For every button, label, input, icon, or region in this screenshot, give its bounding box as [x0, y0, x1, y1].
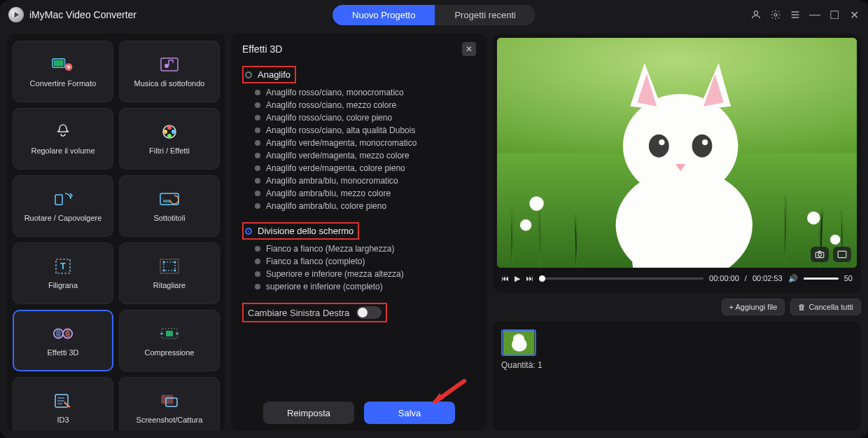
split-option[interactable]: Fianco a fianco (Mezza larghezza)	[255, 242, 476, 255]
filters-effects-icon	[158, 123, 181, 141]
bullet-icon	[255, 178, 260, 184]
crop-icon	[158, 257, 181, 275]
svg-point-12	[163, 130, 167, 134]
svg-point-7	[164, 64, 169, 68]
sidebar-item-label: Filtri / Effetti	[149, 146, 190, 155]
anaglyph-option[interactable]: Anaglifo rosso/ciano, colore pieno	[255, 111, 476, 124]
svg-rect-4	[54, 60, 64, 67]
next-button[interactable]: ⏭	[526, 274, 533, 282]
group-anaglyph[interactable]: Anaglifo	[242, 66, 296, 83]
option-label: Fianco a fianco (completo)	[266, 256, 365, 266]
anaglyph-option[interactable]: Anaglifo verde/magenta, monocromatico	[255, 137, 476, 149]
sidebar-item-adjust-volume[interactable]: Regolare il volume	[13, 108, 113, 170]
option-label: Anaglifo rosso/ciano, colore pieno	[266, 113, 392, 123]
group-split-label: Divisione dello schermo	[258, 226, 354, 236]
sidebar-item-label: Ruotare / Capovolgere	[24, 214, 102, 222]
bullet-icon	[255, 259, 260, 264]
anaglyph-option[interactable]: Anaglifo rosso/ciano, alta qualità Duboi…	[255, 124, 476, 137]
tab-new-project[interactable]: Nuovo Progetto	[332, 5, 435, 25]
radio-off-icon	[245, 71, 252, 78]
sidebar-item-subtitles[interactable]: Sottotitoli	[119, 175, 220, 237]
prev-button[interactable]: ⏮	[501, 274, 509, 282]
svg-point-21	[174, 261, 176, 264]
volume-icon[interactable]: 🔊	[788, 274, 798, 283]
svg-point-39	[807, 212, 820, 225]
split-option[interactable]: Fianco a fianco (completo)	[255, 255, 476, 268]
tab-recent-projects[interactable]: Progetti recenti	[435, 5, 535, 25]
sidebar-item-background-music[interactable]: Musica di sottofondo	[119, 41, 220, 102]
menu-icon[interactable]	[790, 9, 801, 20]
split-option[interactable]: Superiore e inferiore (mezza altezza)	[255, 268, 476, 280]
svg-point-1	[754, 11, 757, 15]
compression-icon	[158, 324, 181, 343]
svg-point-31	[64, 402, 66, 404]
sidebar-item-filters-effects[interactable]: Filtri / Effetti	[119, 108, 220, 170]
option-label: Anaglifo rosso/ciano, alta qualità Duboi…	[266, 125, 415, 135]
group-anaglyph-label: Anaglifo	[258, 69, 290, 80]
svg-point-26	[56, 329, 62, 337]
top-tabs: Nuovo Progetto Progetti recenti	[332, 5, 536, 25]
volume-bar[interactable]	[804, 278, 839, 280]
reset-button[interactable]: Reimposta	[263, 402, 354, 424]
minimize-button[interactable]: —	[809, 9, 820, 20]
snapshot-button[interactable]	[811, 247, 829, 262]
svg-point-45	[659, 139, 664, 145]
adjust-volume-icon	[52, 123, 74, 141]
file-thumbnail[interactable]	[501, 329, 536, 356]
anaglyph-option[interactable]: Anaglifo ambra/blu, colore pieno	[255, 200, 476, 212]
svg-point-2	[774, 13, 777, 16]
sidebar-item-id3[interactable]: ID3	[13, 377, 113, 431]
svg-point-44	[692, 135, 713, 158]
fullscreen-button[interactable]	[833, 247, 851, 262]
sidebar-item-3d-effects[interactable]: Effetti 3D	[13, 310, 113, 371]
play-button[interactable]: ▶	[514, 274, 520, 283]
split-option[interactable]: superiore e inferiore (completo)	[255, 280, 476, 293]
settings-icon[interactable]	[770, 9, 781, 20]
sidebar-item-watermark[interactable]: TFiligrana	[13, 242, 113, 304]
sidebar-item-screenshot-capture[interactable]: Screenshot/Cattura	[119, 377, 220, 431]
anaglyph-option[interactable]: Anaglifo rosso/ciano, monocromatico	[255, 86, 476, 99]
svg-point-50	[818, 253, 822, 256]
sidebar-item-compression[interactable]: Compressione	[119, 310, 220, 371]
maximize-button[interactable]: ☐	[829, 9, 840, 20]
video-preview[interactable]	[497, 38, 857, 268]
sidebar-item-crop[interactable]: Ritagliare	[119, 242, 220, 304]
bullet-icon	[255, 140, 260, 146]
anaglyph-option[interactable]: Anaglifo ambra/blu, mezzo colore	[255, 187, 476, 200]
volume-value: 50	[844, 274, 853, 282]
add-file-button[interactable]: + Aggiungi file	[722, 299, 785, 315]
option-label: Fianco a fianco (Mezza larghezza)	[266, 244, 394, 254]
close-button[interactable]: ✕	[848, 9, 860, 20]
option-label: Anaglifo ambra/blu, monocromatico	[266, 176, 398, 186]
svg-rect-14	[160, 193, 178, 205]
svg-point-11	[167, 134, 172, 138]
close-panel-button[interactable]: ✕	[462, 42, 476, 56]
sidebar: Convertire FormatoMusica di sottofondoRe…	[7, 34, 225, 431]
file-list: Quantità: 1	[493, 321, 861, 431]
title-bar: iMyMac Video Converter Nuovo Progetto Pr…	[0, 0, 868, 29]
clear-all-button[interactable]: 🗑Cancella tutti	[790, 299, 861, 315]
swap-lr-toggle[interactable]	[356, 306, 382, 319]
sidebar-item-label: Ritagliare	[153, 281, 186, 289]
svg-point-42	[623, 94, 738, 198]
group-split-screen[interactable]: Divisione dello schermo	[242, 222, 359, 240]
svg-rect-29	[166, 331, 173, 336]
seek-bar[interactable]	[539, 278, 704, 280]
account-icon[interactable]	[750, 9, 762, 20]
svg-rect-13	[55, 195, 62, 205]
svg-point-43	[649, 135, 669, 158]
svg-point-22	[163, 270, 165, 272]
sidebar-item-rotate-flip[interactable]: Ruotare / Capovolgere	[13, 175, 113, 237]
bullet-icon	[255, 284, 260, 289]
anaglyph-option[interactable]: Anaglifo verde/magenta, colore pieno	[255, 162, 476, 174]
bullet-icon	[255, 165, 260, 171]
anaglyph-option[interactable]: Anaglifo verde/magenta, mezzo colore	[255, 149, 476, 162]
save-button[interactable]: Salva	[364, 402, 455, 424]
anaglyph-option[interactable]: Anaglifo rosso/ciano, mezzo colore	[255, 99, 476, 111]
time-total: 00:02:53	[752, 274, 783, 282]
sidebar-item-convert-format[interactable]: Convertire Formato	[13, 41, 113, 102]
anaglyph-option[interactable]: Anaglifo ambra/blu, monocromatico	[255, 174, 476, 187]
option-label: Anaglifo rosso/ciano, monocromatico	[266, 88, 404, 97]
sidebar-item-label: ID3	[57, 416, 69, 424]
svg-point-54	[513, 334, 524, 343]
